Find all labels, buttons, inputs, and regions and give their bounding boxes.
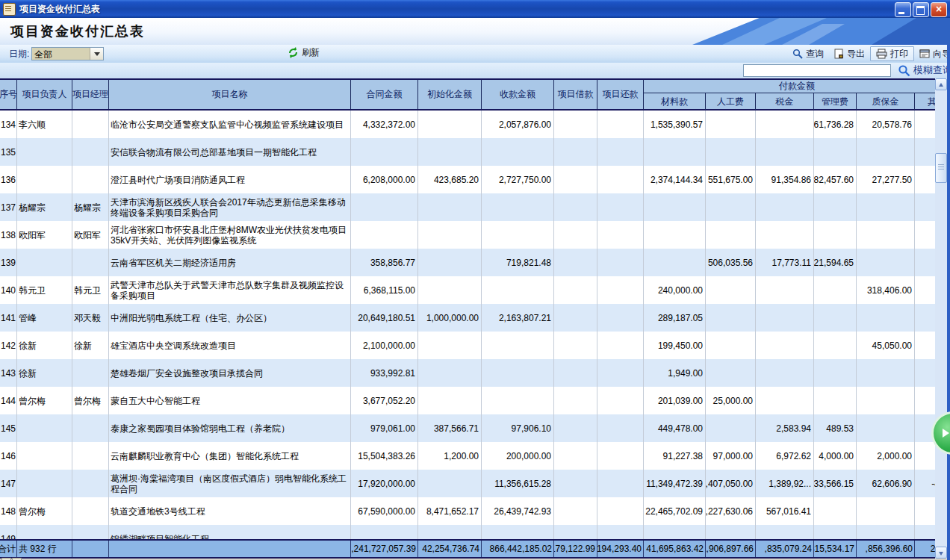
minimize-button[interactable]	[895, 2, 911, 17]
table-row[interactable]: 139云南省军区机关二期经济适用房358,856.77719,821.48506…	[0, 249, 950, 276]
date-select[interactable]: 全部	[31, 47, 104, 60]
header-cell-labor[interactable]: 人工费	[706, 93, 756, 110]
table-row[interactable]: 134李六顺临沧市公安局交通警察支队监管中心视频监管系统建设项目4,332,37…	[0, 111, 950, 138]
cell-name: 临沧市公安局交通警察支队监管中心视频监管系统建设项目	[109, 111, 351, 138]
cell-init: 387,566.71	[418, 414, 482, 442]
header-cell-owner[interactable]: 项目负责人	[17, 80, 72, 109]
cell-loan	[554, 166, 597, 193]
header-cell-manager[interactable]: 项目经理	[72, 80, 109, 109]
cell-tax: 91,354.86	[756, 166, 814, 193]
cell-manager	[72, 442, 109, 470]
cell-tax	[756, 359, 814, 387]
cell-labor	[706, 414, 756, 442]
table-row[interactable]: 145泰康之家蜀园项目体验馆弱电工程（养老院）979,061.00387,566…	[0, 414, 950, 442]
table-row[interactable]: 137杨耀宗杨耀宗天津市滨海新区残疾人联合会2017年动态更新信息采集移动终端设…	[0, 193, 950, 221]
table-row[interactable]: 135安信联合物流有限公司总部基地项目一期智能化工程	[0, 138, 950, 166]
table-row[interactable]: 142徐新徐新雄宝酒店中央空调系统改造项目2,100,000.00199,450…	[0, 332, 950, 359]
fuzzy-search-button[interactable]: 模糊查询	[898, 63, 950, 77]
cell-name: 轨道交通地铁3号线工程	[109, 497, 351, 525]
cell-mgmt	[814, 276, 857, 304]
cell-labor: 25,000.00	[706, 387, 756, 414]
cell-name: 武警天津市总队关于武警天津市总队数字集群及视频监控设备采购项目	[109, 276, 351, 304]
cell-tax	[756, 276, 814, 304]
header-cell-init[interactable]: 初始化金额	[418, 80, 482, 109]
cell-repay	[597, 193, 644, 221]
cell-contract	[351, 525, 418, 539]
cell-quality	[857, 387, 915, 414]
scroll-up-button[interactable]	[935, 78, 947, 90]
cell-seq: 148	[0, 497, 17, 525]
cell-init	[418, 359, 482, 387]
cell-contract: 358,856.77	[351, 249, 418, 276]
header-cell-material[interactable]: 材料款	[644, 93, 706, 110]
page-title: 项目资金收付汇总表	[10, 22, 145, 40]
header-cell-name[interactable]: 项目名称	[109, 80, 351, 109]
table-row[interactable]: 149锦绣湖畔项目智能化工程	[0, 525, 950, 539]
cell-seq: 143	[0, 359, 17, 387]
cell-loan	[554, 221, 597, 249]
header-cell-loan[interactable]: 项目借款	[554, 80, 597, 109]
cell-repay	[597, 276, 644, 304]
cell-manager	[72, 138, 109, 166]
printer-icon	[876, 49, 887, 59]
cell-labor	[706, 304, 756, 332]
cell-init	[418, 249, 482, 276]
cell-loan	[554, 276, 597, 304]
header-cell-contract[interactable]: 合同金额	[351, 80, 418, 109]
table-row[interactable]: 140韩元卫韩元卫武警天津市总队关于武警天津市总队数字集群及视频监控设备采购项目…	[0, 276, 950, 304]
date-select-arrow-icon[interactable]	[90, 48, 103, 60]
header-cell-quality[interactable]: 质保金	[857, 93, 915, 110]
header-cell-seq[interactable]: 序号	[0, 80, 17, 109]
cell-name: 蒙自五大中心智能工程	[109, 387, 351, 414]
search-input[interactable]	[743, 64, 891, 77]
cell-quality	[857, 249, 915, 276]
header-cell-tax[interactable]: 税金	[756, 93, 814, 110]
cell-material: 449,478.00	[644, 414, 706, 442]
export-button[interactable]: 导出	[829, 46, 870, 61]
cell-receipt	[482, 221, 554, 249]
vertical-scrollbar[interactable]	[935, 78, 947, 559]
cell-loan	[554, 442, 597, 470]
cell-manager: 杨耀宗	[72, 193, 109, 221]
query-button[interactable]: 查询	[787, 46, 829, 61]
cell-loan	[554, 111, 597, 138]
header-cell-repay[interactable]: 项目还款	[597, 80, 644, 109]
cell-labor: 1,906,897.66	[706, 541, 756, 557]
cell-loan	[554, 387, 597, 414]
table-row[interactable]: 148曾尔梅轨道交通地铁3号线工程67,590,000.008,471,652.…	[0, 497, 950, 525]
table-row[interactable]: 147葛洲坝·海棠福湾项目（南区度假式酒店）弱电智能化系统工程合同17,920,…	[0, 470, 950, 497]
table-row[interactable]: 144曾尔梅曾尔梅蒙自五大中心智能工程3,677,052.20201,039.0…	[0, 387, 950, 414]
cell-name: 中洲阳光弱电系统工程（住宅、办公区）	[109, 304, 351, 332]
table-row[interactable]: 141管峰邓天毅中洲阳光弱电系统工程（住宅、办公区）20,649,180.511…	[0, 304, 950, 332]
table-row[interactable]: 143徐新楚雄卷烟厂安全设施整改项目承揽合同933,992.811,949.00	[0, 359, 950, 387]
scroll-down-button[interactable]	[935, 547, 947, 559]
refresh-button[interactable]: 刷新	[288, 46, 320, 59]
cell-seq: 145	[0, 414, 17, 442]
close-button[interactable]	[931, 2, 947, 17]
header-cell-receipt[interactable]: 收款金额	[482, 80, 554, 109]
cell-name: 泰康之家蜀园项目体验馆弱电工程（养老院）	[109, 414, 351, 442]
cell-seq: 136	[0, 166, 17, 193]
cell-loan	[554, 249, 597, 276]
table-row[interactable]: 146云南麒麟职业教育中心（集团）智能化系统工程15,504,383.261,2…	[0, 442, 950, 470]
scroll-thumb[interactable]	[935, 153, 947, 183]
cell-labor: 8,227,630.06	[706, 497, 756, 525]
table-row[interactable]: 136澄江县时代广场项目消防通风工程6,208,000.00423,685.20…	[0, 166, 950, 193]
cell-repay	[597, 497, 644, 525]
cell-receipt: 719,821.48	[482, 249, 554, 276]
cell-material: 91,227.38	[644, 442, 706, 470]
date-select-value[interactable]: 全部	[32, 48, 90, 60]
search-row: 模糊查询	[0, 63, 950, 78]
wizard-button[interactable]: 向导	[914, 46, 950, 61]
maximize-button[interactable]	[913, 2, 929, 17]
cell-repay	[597, 249, 644, 276]
cell-material: 199,450.00	[644, 332, 706, 359]
cell-manager: 韩元卫	[72, 276, 109, 304]
print-button[interactable]: 打印	[870, 46, 914, 61]
cell-tax: 1,389,92...	[756, 470, 814, 497]
payment-group-header: 付款金额	[644, 80, 950, 93]
cell-init	[418, 138, 482, 166]
cell-repay	[597, 414, 644, 442]
header-cell-mgmt[interactable]: 管理费	[814, 93, 857, 110]
table-row[interactable]: 138欧阳军欧阳军河北省张家口市怀安县北庄堡村8MW农业光伏扶贫发电项目35kV…	[0, 221, 950, 249]
